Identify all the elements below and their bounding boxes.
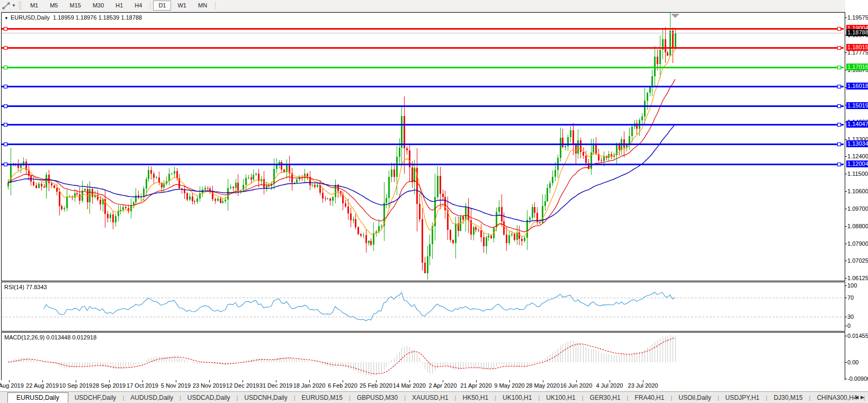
- mt4-window: ▼ M1M5M15M30H1H4D1W1MN ▼EURUSD,Daily 1.1…: [0, 0, 868, 403]
- timeframe-button-mn[interactable]: MN: [193, 1, 212, 11]
- hline-price-tag[interactable]: 1.14047: [846, 121, 868, 128]
- chart-tab-uk100-h1[interactable]: UK100,H1: [540, 393, 581, 402]
- toolbar-grip[interactable]: [19, 2, 21, 10]
- hline-price-tag[interactable]: 1.12004: [846, 160, 868, 167]
- chart-title[interactable]: ▼EURUSD,Daily 1.18959 1.18976 1.18539 1.…: [4, 14, 142, 21]
- chart-tab-usdcnh-daily[interactable]: USDCNH,Daily: [238, 393, 293, 402]
- axis-tick-mark: [845, 285, 847, 286]
- chart-tab-eurusd-m15[interactable]: EURUSD,M15: [296, 393, 349, 402]
- axis-tick-mark: [845, 261, 847, 261]
- chart-tab-xauusd-h1[interactable]: XAUUSD,H1: [406, 393, 455, 402]
- timeframe-button-d1[interactable]: D1: [153, 1, 171, 11]
- price-chart-canvas[interactable]: [2, 13, 844, 280]
- macd-panel: MACD(12,26,9) 0.013448 0.012918: [1, 332, 845, 381]
- axis-tick-mark: [845, 17, 847, 18]
- rsi-panel: RSI(14) 77.8343: [1, 282, 845, 332]
- timeframe-button-h1[interactable]: H1: [110, 1, 128, 11]
- toolbar: ▼ M1M5M15M30H1H4D1W1MN: [0, 0, 868, 12]
- hline-price-tag[interactable]: 1.17016: [846, 64, 868, 70]
- line-tool-icon[interactable]: [1, 2, 11, 10]
- axis-tick-mark: [845, 191, 847, 192]
- axis-tick-mark: [845, 278, 847, 279]
- macd-label: MACD(12,26,9) 0.013448 0.012918: [4, 334, 96, 341]
- bid-price-tag[interactable]: 1.18788: [846, 29, 868, 36]
- macd-canvas[interactable]: [2, 333, 844, 379]
- price-tick-label: 1.19575: [847, 14, 868, 21]
- hline-price-tag[interactable]: 1.13034: [846, 140, 868, 147]
- date-axis: 3 Aug 201922 Aug 201910 Sep 201928 Sep 2…: [0, 380, 845, 391]
- rsi-tick-label: 70: [847, 294, 854, 301]
- axis-tick-mark: [845, 156, 847, 157]
- chart-tab-dj30-m15[interactable]: DJ30,M15: [767, 393, 809, 402]
- axis-tick-mark: [845, 244, 847, 244]
- collapse-icon[interactable]: ▼: [4, 16, 8, 21]
- rsi-tick-label: 30: [847, 314, 854, 320]
- axis-tick-mark: [845, 336, 847, 336]
- axis-tick-mark: [845, 326, 847, 326]
- axis-tick-mark: [845, 298, 847, 298]
- timeframe-buttons: M1M5M15M30H1H4D1W1MN: [24, 1, 218, 11]
- date-label: 23 Jul 2020: [619, 382, 667, 389]
- macd-tick-label: -0.009001: [847, 375, 868, 382]
- chart-tab-audusd-daily[interactable]: AUDUSD,Daily: [124, 393, 180, 402]
- rsi-tick-label: 0: [847, 323, 851, 329]
- price-tick-label: 1.06125: [847, 275, 868, 281]
- timeframe-button-w1[interactable]: W1: [172, 1, 192, 11]
- chart-tab-uk100-h1[interactable]: UK100,H1: [496, 393, 538, 402]
- timeframe-button-m15[interactable]: M15: [64, 1, 86, 11]
- chart-tab-eurusd-daily[interactable]: EURUSD,Daily: [7, 392, 68, 403]
- axis-tick-mark: [845, 52, 847, 53]
- price-tick-label: 1.08800: [847, 223, 868, 229]
- axis-tick-mark: [845, 226, 847, 227]
- rsi-canvas[interactable]: [2, 282, 844, 330]
- main-chart-panel: ▼EURUSD,Daily 1.18959 1.18976 1.18539 1.…: [1, 12, 845, 281]
- timeframe-button-h4[interactable]: H4: [129, 1, 147, 11]
- chart-tab-usoil-daily[interactable]: USOil,Daily: [672, 393, 717, 402]
- toolbar-separator: [150, 2, 150, 10]
- chart-tab-usdjpy-h1[interactable]: USDJPY,H1: [719, 393, 766, 402]
- price-tick-label: 1.11500: [847, 171, 868, 177]
- rsi-tick-label: 100: [847, 282, 857, 289]
- price-tick-label: 1.07900: [847, 240, 868, 247]
- chart-tab-usdchf-daily[interactable]: USDCHF,Daily: [68, 393, 123, 402]
- hline-price-tag[interactable]: 1.18015: [846, 44, 868, 51]
- price-tick-label: 1.07025: [847, 257, 868, 264]
- chart-tab-fra40-h1[interactable]: FRA40,H1: [628, 393, 670, 402]
- axis-tick-mark: [845, 209, 847, 209]
- chart-symbol-label: EURUSD,Daily: [11, 14, 50, 21]
- toolbar-separator: [215, 2, 216, 10]
- chevron-down-icon[interactable]: ▼: [12, 3, 16, 8]
- axis-tick-mark: [845, 317, 847, 317]
- price-tick-label: 1.12400: [847, 153, 868, 159]
- timeframe-button-m5[interactable]: M5: [44, 1, 63, 11]
- macd-tick-label: 0.014556: [847, 333, 868, 339]
- price-axis: 1.195751.186751.177751.168751.159751.150…: [845, 0, 868, 403]
- price-tick-label: 1.09700: [847, 205, 868, 212]
- timeframe-button-m1[interactable]: M1: [25, 1, 43, 11]
- hline-price-tag[interactable]: 1.16018: [846, 83, 868, 89]
- chart-tab-ger30-h1[interactable]: GER30,H1: [584, 393, 627, 402]
- chart-tabs: EURUSD,DailyUSDCHF,Daily|AUDUSD,Daily|US…: [0, 391, 868, 403]
- chart-tab-gbpusd-m30[interactable]: GBPUSD,M30: [351, 393, 404, 402]
- axis-tick-mark: [845, 362, 847, 363]
- macd-tick-label: 0.00: [847, 359, 858, 365]
- tab-scroll-arrows[interactable]: ◀▶: [855, 395, 866, 400]
- hline-price-tag[interactable]: 1.15019: [846, 102, 868, 109]
- axis-tick-mark: [845, 139, 847, 140]
- price-tick-label: 1.10600: [847, 188, 868, 194]
- timeframe-button-m30[interactable]: M30: [87, 1, 109, 11]
- chart-ohlc-values: 1.18959 1.18976 1.18539 1.18788: [53, 14, 142, 21]
- chart-tab-usdcad-daily[interactable]: USDCAD,Daily: [181, 393, 237, 402]
- axis-tick-mark: [845, 174, 847, 174]
- axis-tick-mark: [845, 379, 847, 379]
- chart-tab-hk50-h1[interactable]: HK50,H1: [457, 393, 495, 402]
- rsi-label: RSI(14) 77.8343: [4, 284, 47, 290]
